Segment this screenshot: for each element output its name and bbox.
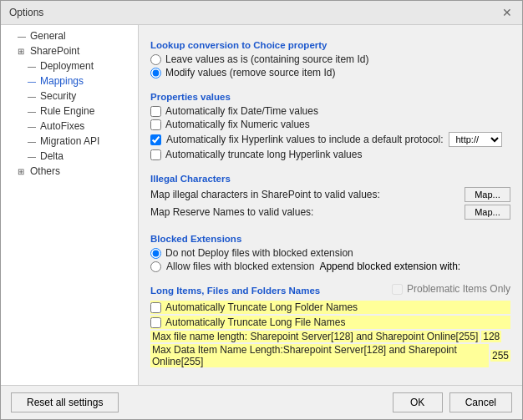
illegal-section-title: Illegal Characters [150, 174, 510, 184]
map-illegal-button[interactable]: Map... [465, 187, 510, 202]
footer-right: OK Cancel [393, 392, 512, 412]
sidebar-label-delta: Delta [40, 150, 63, 162]
sidebar-item-sharepoint[interactable]: ⊞ SharePoint [1, 43, 138, 58]
max-dataitem-value: 255 [490, 350, 510, 362]
append-label: Append blocked extension with: [319, 261, 460, 272]
check-fix-numeric: Automatically fix Numeric values [150, 119, 510, 130]
check-truncate-hyperlink: Automatically truncate long Hyperlink va… [150, 149, 510, 160]
check-fix-hyperlink: Automatically fix Hyperlink values to in… [150, 132, 510, 147]
reset-button[interactable]: Reset all settings [11, 392, 119, 412]
dash-icon-security: — [28, 92, 38, 101]
long-items-section-title: Long Items, Files and Folders Names [150, 286, 320, 296]
check-fix-hyperlink-input[interactable] [150, 134, 161, 145]
check-truncate-file-input[interactable] [150, 317, 161, 328]
max-filename-row: Max file name length: Sharepoint Server[… [150, 331, 510, 342]
sidebar-item-migration-api[interactable]: — Migration API [1, 134, 138, 149]
problematic-section: Problematic Items Only [392, 283, 510, 295]
footer-left: Reset all settings [11, 392, 119, 412]
check-truncate-hyperlink-label: Automatically truncate long Hyperlink va… [165, 149, 362, 160]
sidebar-label-general: General [30, 30, 66, 42]
sidebar: — General ⊞ SharePoint — Deployment — Ma… [1, 25, 139, 385]
check-fix-datetime: Automatically fix Date/Time values [150, 105, 510, 117]
dash-icon: — [18, 32, 28, 41]
check-truncate-file-label: Automatically Truncate Long File Names [165, 316, 345, 328]
check-fix-datetime-label: Automatically fix Date/Time values [165, 105, 318, 117]
max-dataitem-label: Max Data Item Name Length:Sharepoint Ser… [150, 344, 489, 367]
check-fix-numeric-label: Automatically fix Numeric values [165, 119, 310, 130]
dash-icon-migration-api: — [28, 137, 38, 146]
sidebar-item-general[interactable]: — General [1, 28, 138, 43]
map-illegal-row: Map illegal characters in SharePoint to … [150, 187, 510, 202]
radio-allow-blocked: Allow files with blocked extension Appen… [150, 261, 510, 272]
map-reserve-row: Map Reserve Names to valid values: Map..… [150, 205, 510, 220]
sidebar-label-mappings: Mappings [40, 75, 84, 87]
check-truncate-hyperlink-input[interactable] [150, 149, 161, 160]
max-filename-value: 128 [481, 331, 501, 342]
radio-allow-blocked-input[interactable] [150, 261, 161, 272]
sidebar-item-rule-engine[interactable]: — Rule Engine [1, 104, 138, 119]
radio-modify-label: Modify values (remove source item Id) [165, 67, 335, 78]
options-window: Options ✕ — General ⊞ SharePoint — Deplo… [0, 0, 523, 420]
cancel-button[interactable]: Cancel [449, 392, 512, 412]
map-reserve-label: Map Reserve Names to valid values: [150, 206, 313, 218]
expand-icon-sharepoint: ⊞ [18, 47, 28, 56]
content-area: — General ⊞ SharePoint — Deployment — Ma… [1, 25, 522, 385]
title-bar: Options ✕ [1, 1, 522, 25]
check-problematic-label: Problematic Items Only [407, 283, 510, 295]
radio-modify-input[interactable] [150, 68, 161, 78]
radio-modify: Modify values (remove source item Id) [150, 67, 510, 78]
sidebar-item-autofixes[interactable]: — AutoFixes [1, 119, 138, 134]
long-items-header: Long Items, Files and Folders Names Prob… [150, 279, 510, 299]
sidebar-label-others: Others [30, 165, 60, 177]
properties-section-title: Properties values [150, 92, 510, 102]
dash-icon-deployment: — [28, 62, 38, 71]
dash-icon-rule-engine: — [28, 107, 38, 116]
radio-no-deploy-input[interactable] [150, 248, 161, 259]
radio-leave-label: Leave values as is (containing source it… [165, 53, 368, 65]
check-fix-hyperlink-label: Automatically fix Hyperlink values to in… [166, 134, 444, 145]
close-button[interactable]: ✕ [500, 6, 514, 19]
max-filename-label: Max file name length: Sharepoint Server[… [150, 331, 480, 342]
check-truncate-folder-label: Automatically Truncate Long Folder Names [165, 301, 358, 313]
lookup-section-title: Lookup conversion to Choice property [150, 40, 510, 50]
footer: Reset all settings OK Cancel [1, 385, 522, 419]
check-fix-datetime-input[interactable] [150, 106, 161, 117]
radio-no-deploy-label: Do not Deploy files with blocked extensi… [165, 247, 353, 259]
blocked-section-title: Blocked Extensions [150, 234, 510, 244]
check-problematic-input[interactable] [392, 284, 403, 295]
check-truncate-folder-input[interactable] [150, 302, 161, 313]
sidebar-label-deployment: Deployment [40, 60, 94, 72]
protocol-dropdown[interactable]: http:// https:// [449, 132, 502, 147]
sidebar-item-delta[interactable]: — Delta [1, 149, 138, 164]
sidebar-label-rule-engine: Rule Engine [40, 105, 94, 117]
radio-no-deploy: Do not Deploy files with blocked extensi… [150, 247, 510, 259]
max-dataitem-row: Max Data Item Name Length:Sharepoint Ser… [150, 344, 510, 367]
sidebar-item-deployment[interactable]: — Deployment [1, 58, 138, 73]
sidebar-item-security[interactable]: — Security [1, 89, 138, 104]
check-truncate-file-row: Automatically Truncate Long File Names [150, 316, 510, 329]
window-title: Options [9, 7, 43, 18]
expand-icon-others: ⊞ [18, 167, 28, 176]
radio-allow-blocked-label: Allow files with blocked extension [166, 261, 314, 272]
sidebar-item-mappings[interactable]: — Mappings [1, 73, 138, 89]
map-reserve-button[interactable]: Map... [465, 205, 510, 220]
check-truncate-folder-row: Automatically Truncate Long Folder Names [150, 301, 510, 314]
sidebar-label-security: Security [40, 90, 76, 102]
check-fix-numeric-input[interactable] [150, 119, 161, 130]
map-illegal-label: Map illegal characters in SharePoint to … [150, 189, 380, 200]
dash-icon-delta: — [28, 152, 38, 161]
radio-leave-input[interactable] [150, 54, 161, 65]
dash-icon-mappings: — [28, 77, 38, 86]
dash-icon-autofixes: — [28, 122, 38, 131]
ok-button[interactable]: OK [393, 392, 443, 412]
sidebar-item-others[interactable]: ⊞ Others [1, 164, 138, 179]
radio-leave: Leave values as is (containing source it… [150, 53, 510, 65]
sidebar-label-sharepoint: SharePoint [30, 45, 79, 57]
sidebar-label-migration-api: Migration API [40, 135, 99, 147]
sidebar-label-autofixes: AutoFixes [40, 120, 84, 132]
main-panel: Lookup conversion to Choice property Lea… [139, 25, 522, 385]
